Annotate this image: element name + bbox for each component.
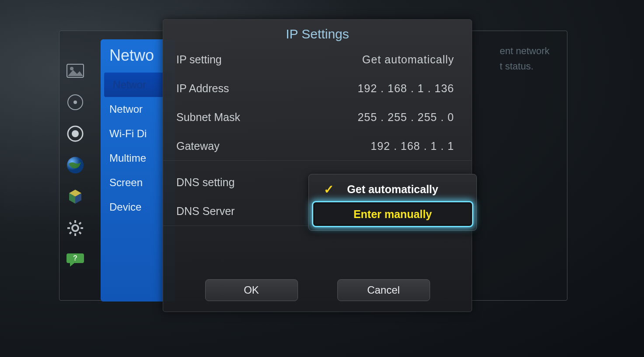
- ok-button[interactable]: OK: [205, 279, 298, 301]
- support-help-icon[interactable]: ?: [66, 250, 85, 269]
- value-ip-setting: Get automatically: [362, 53, 454, 66]
- row-ip-setting[interactable]: IP setting Get automatically: [163, 45, 472, 74]
- label-dns-setting: DNS setting: [176, 176, 234, 189]
- dialog-title: IP Settings: [163, 20, 472, 45]
- label-ip-setting: IP setting: [176, 53, 222, 66]
- row-subnet-mask[interactable]: Subnet Mask 255 . 255 . 255 . 0: [163, 103, 472, 132]
- category-icon-strip: ?: [66, 61, 85, 269]
- svg-line-15: [70, 232, 71, 234]
- label-ip-address: IP Address: [176, 82, 229, 95]
- smart-hub-cube-icon[interactable]: [66, 187, 85, 206]
- background-line-1: ent network: [500, 43, 550, 59]
- svg-line-14: [79, 222, 81, 224]
- svg-point-1: [70, 67, 74, 70]
- channel-icon[interactable]: [66, 124, 85, 143]
- background-line-2: t status.: [500, 59, 550, 74]
- label-subnet-mask: Subnet Mask: [176, 111, 240, 124]
- ip-settings-dialog: IP Settings IP setting Get automatically…: [163, 19, 472, 312]
- dialog-button-row: OK Cancel: [163, 279, 472, 301]
- svg-point-7: [72, 225, 78, 231]
- row-gateway[interactable]: Gateway 192 . 168 . 1 . 1: [163, 132, 472, 161]
- value-ip-address: 192 . 168 . 1 . 136: [357, 82, 454, 95]
- value-subnet-mask: 255 . 255 . 255 . 0: [357, 111, 454, 124]
- option-get-automatically[interactable]: ✓ Get automatically: [313, 179, 472, 200]
- network-globe-icon[interactable]: [66, 156, 85, 175]
- value-gateway: 192 . 168 . 1 . 1: [371, 140, 454, 153]
- label-gateway: Gateway: [176, 140, 220, 153]
- svg-point-3: [74, 101, 77, 104]
- row-ip-address[interactable]: IP Address 192 . 168 . 1 . 136: [163, 74, 472, 103]
- picture-icon[interactable]: [66, 61, 85, 80]
- dns-setting-dropdown: ✓ Get automatically Enter manually: [308, 174, 477, 231]
- cancel-button[interactable]: Cancel: [337, 279, 430, 301]
- option-get-automatically-label: Get automatically: [347, 183, 438, 196]
- svg-line-12: [70, 222, 71, 224]
- label-dns-server: DNS Server: [176, 205, 234, 218]
- option-enter-manually-label: Enter manually: [354, 208, 432, 221]
- svg-text:?: ?: [73, 254, 77, 262]
- background-description: ent network t status.: [500, 43, 550, 74]
- sound-icon[interactable]: [66, 93, 85, 112]
- check-icon: ✓: [324, 182, 334, 197]
- sidebar-item-network-status[interactable]: Networ: [104, 73, 172, 97]
- option-enter-manually[interactable]: Enter manually: [313, 202, 472, 226]
- svg-line-13: [79, 232, 81, 234]
- svg-point-5: [72, 130, 79, 137]
- system-gear-icon[interactable]: [66, 218, 85, 238]
